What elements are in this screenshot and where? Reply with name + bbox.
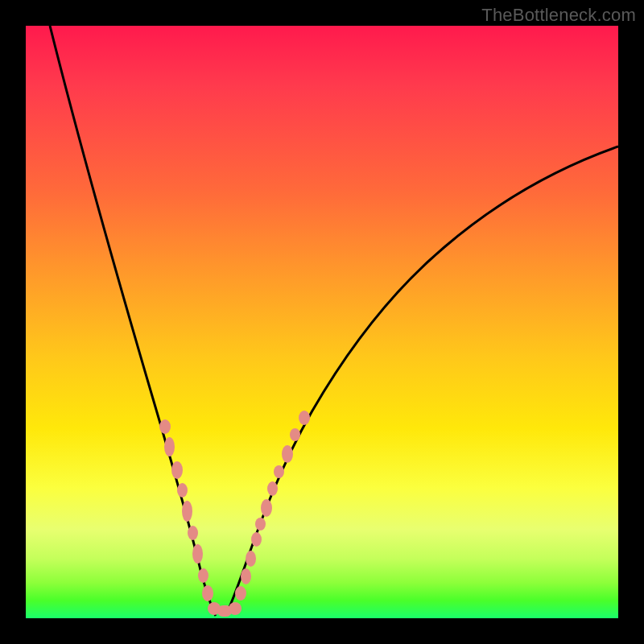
valley-marker bbox=[198, 568, 208, 583]
valley-marker bbox=[188, 526, 198, 540]
valley-marker bbox=[267, 481, 278, 496]
valley-marker bbox=[251, 532, 262, 547]
valley-marker bbox=[246, 551, 256, 567]
valley-marker bbox=[171, 461, 183, 479]
valley-marker bbox=[202, 585, 213, 601]
valley-marker bbox=[159, 419, 171, 434]
chart-stage: TheBottleneck.com bbox=[0, 0, 644, 644]
valley-marker bbox=[282, 445, 293, 463]
valley-marker bbox=[164, 437, 175, 456]
valley-marker bbox=[255, 518, 266, 530]
valley-marker bbox=[229, 602, 242, 615]
right-branch-curve bbox=[225, 147, 618, 616]
valley-marker bbox=[235, 586, 246, 601]
valley-marker bbox=[192, 544, 203, 564]
valley-marker bbox=[182, 501, 192, 522]
valley-marker bbox=[177, 483, 188, 497]
valley-marker bbox=[290, 428, 300, 441]
valley-marker bbox=[299, 411, 310, 425]
valley-marker bbox=[261, 499, 272, 517]
watermark-text: TheBottleneck.com bbox=[481, 5, 636, 26]
valley-marker bbox=[241, 568, 251, 584]
curve-layer bbox=[26, 26, 618, 618]
valley-marker bbox=[274, 465, 284, 478]
plot-area bbox=[26, 26, 618, 618]
